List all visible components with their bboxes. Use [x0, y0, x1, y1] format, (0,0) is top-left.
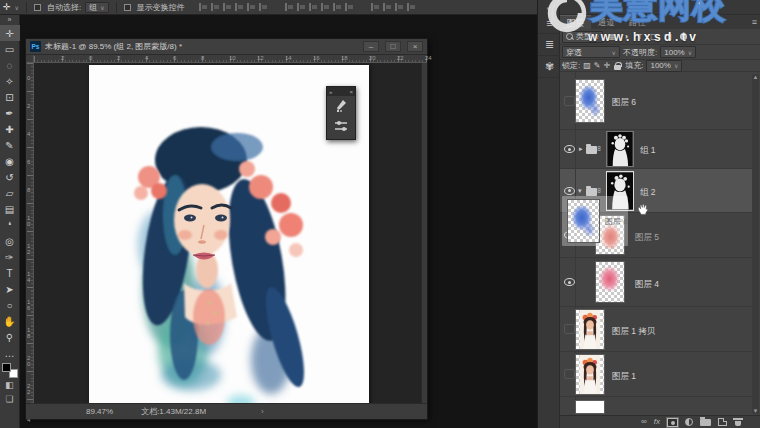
window-close-button[interactable]: × — [407, 41, 423, 52]
visibility-toggle-on[interactable] — [564, 145, 575, 153]
distribute-middle-button[interactable] — [297, 3, 305, 11]
fill-dropdown[interactable]: 100%∨ — [646, 60, 682, 72]
filter-toggle-icon[interactable] — [680, 33, 687, 40]
type-tool[interactable]: T — [0, 265, 20, 281]
show-transform-checkbox[interactable] — [124, 4, 131, 11]
3d-align-button[interactable] — [395, 3, 403, 11]
visibility-toggle-on[interactable] — [564, 278, 575, 286]
filter-shape-layers-icon[interactable]: ▢ — [648, 32, 659, 41]
align-right-button[interactable] — [223, 3, 231, 11]
layer-thumbnail[interactable] — [575, 309, 605, 350]
status-arrow-icon[interactable]: › — [261, 407, 264, 416]
visibility-toggle-off[interactable] — [564, 324, 575, 334]
color-panel-icon[interactable]: ≡ — [538, 12, 561, 34]
layer-thumbnail[interactable] — [575, 354, 605, 395]
layer-style-icon[interactable]: fx — [654, 418, 660, 426]
gradient-tool[interactable]: ▤ — [0, 201, 20, 217]
new-layer-icon[interactable] — [718, 418, 727, 426]
quick-selection-tool[interactable]: ✧ — [0, 73, 20, 89]
align-middle-button[interactable] — [247, 3, 255, 11]
dodge-tool[interactable]: ◎ — [0, 233, 20, 249]
filter-adjustment-layers-icon[interactable]: ◑ — [620, 32, 631, 41]
mini-panel-close-icon[interactable]: × — [349, 89, 353, 95]
align-left-button[interactable] — [199, 3, 207, 11]
filter-smart-objects-icon[interactable]: ◨ — [662, 32, 673, 41]
lock-all-icon[interactable] — [614, 62, 621, 70]
document-title-bar[interactable]: Ps 未标题-1 @ 89.5% (组 2, 图层蒙版/8) * – □ × — [26, 39, 427, 55]
new-group-icon[interactable] — [700, 419, 711, 426]
hand-tool[interactable]: ✋ — [0, 313, 20, 329]
lock-transparent-icon[interactable]: ▨ — [583, 61, 591, 70]
tab-paths[interactable]: 路径 — [622, 15, 653, 29]
tab-channels[interactable]: 通道 — [591, 15, 622, 29]
tab-layers[interactable]: 图层 — [560, 15, 591, 29]
mask-link-icon[interactable]: ∞ — [596, 188, 603, 193]
distribute-center-h-button[interactable] — [333, 3, 341, 11]
expand-arrow-collapsed[interactable]: ▸ — [579, 145, 583, 153]
crop-tool[interactable]: ⊡ — [0, 89, 20, 105]
history-brush-tool[interactable]: ↺ — [0, 169, 20, 185]
document-scrollbar[interactable] — [421, 63, 427, 403]
character-panel-icon[interactable]: ≣ — [538, 34, 561, 56]
mini-panel-collapse-icon[interactable]: » — [329, 89, 332, 95]
zoom-level[interactable]: 89.47% — [86, 407, 113, 416]
distribute-left-button[interactable] — [321, 3, 329, 11]
link-layers-icon[interactable]: ∞ — [641, 418, 647, 426]
color-swatches[interactable] — [2, 363, 18, 378]
lock-position-icon[interactable]: ✛ — [604, 61, 611, 70]
layer-row-layer1-copy[interactable]: 图层 1 拷贝 — [560, 307, 752, 352]
path-selection-tool[interactable]: ➤ — [0, 281, 20, 297]
filter-type-dropdown[interactable]: 类型 ∨ — [562, 31, 603, 43]
blend-mode-dropdown[interactable]: 穿透∨ — [562, 46, 620, 58]
filter-type-layers-icon[interactable]: T — [634, 32, 645, 41]
brush-presets-panel-icon[interactable] — [327, 96, 355, 116]
align-bottom-button[interactable] — [259, 3, 267, 11]
distribute-top-button[interactable] — [285, 3, 293, 11]
brush-settings-panel-icon[interactable] — [327, 116, 355, 136]
align-top-button[interactable] — [235, 3, 243, 11]
distribute-right-button[interactable] — [345, 3, 353, 11]
brush-panel-icon[interactable]: ✾ — [538, 56, 561, 78]
marquee-tool[interactable]: ▭ — [0, 41, 20, 57]
layer-row-layer1[interactable]: 图层 1 — [560, 352, 752, 397]
expand-arrow-expanded[interactable]: ▾ — [578, 187, 582, 195]
distribute-bottom-button[interactable] — [309, 3, 317, 11]
auto-select-checkbox[interactable] — [34, 4, 41, 11]
scroll-down-icon[interactable]: ▼ — [752, 408, 759, 414]
add-layer-mask-icon[interactable] — [667, 418, 678, 427]
layer-row-layer4[interactable]: 图层 4 — [560, 258, 752, 307]
layer-thumbnail[interactable] — [575, 79, 605, 123]
layer-thumbnail[interactable] — [595, 261, 625, 303]
brush-tool[interactable]: ✎ — [0, 137, 20, 153]
visibility-toggle-off[interactable] — [564, 96, 575, 106]
screen-mode-button[interactable]: ❏ — [0, 392, 20, 406]
layer-row-background[interactable] — [560, 397, 752, 415]
layer-row-layer6[interactable]: 图层 6 — [560, 72, 752, 130]
layer-thumbnail[interactable] — [575, 400, 605, 414]
healing-brush-tool[interactable]: ✚ — [0, 121, 20, 137]
toolbar-collapse-icon[interactable]: » — [0, 15, 19, 25]
window-minimize-button[interactable]: – — [363, 41, 379, 52]
auto-select-dropdown[interactable]: 组∨ — [85, 2, 108, 13]
zoom-tool[interactable]: ⚲ — [0, 329, 20, 345]
mask-link-icon[interactable]: ∞ — [596, 146, 603, 151]
filter-pixel-layers-icon[interactable]: ▦ — [606, 32, 617, 41]
blur-tool[interactable]: ❛ — [0, 217, 20, 233]
align-center-h-button[interactable] — [211, 3, 219, 11]
move-tool[interactable]: ✛ — [0, 25, 20, 41]
layers-scrollbar[interactable]: ▲ ▼ — [752, 74, 759, 414]
auto-align-button[interactable] — [371, 3, 379, 11]
foreground-color-swatch[interactable] — [2, 363, 11, 372]
delete-layer-icon[interactable] — [734, 418, 742, 426]
eyedropper-tool[interactable]: ✒ — [0, 105, 20, 121]
tool-preset-caret[interactable]: ∨ — [15, 4, 19, 11]
scroll-up-icon[interactable]: ▲ — [752, 74, 759, 80]
clone-stamp-tool[interactable]: ◉ — [0, 153, 20, 169]
opacity-dropdown[interactable]: 100%∨ — [660, 46, 696, 58]
panel-menu-icon[interactable]: ≡ — [752, 17, 757, 27]
layer-row-group1[interactable]: ▸ ∞ 组 1 — [560, 130, 752, 169]
visibility-toggle-on[interactable] — [564, 187, 575, 195]
quick-mask-button[interactable]: ◧ — [0, 378, 20, 392]
group-mask-thumbnail[interactable] — [606, 131, 634, 167]
visibility-toggle-off[interactable] — [564, 369, 575, 379]
